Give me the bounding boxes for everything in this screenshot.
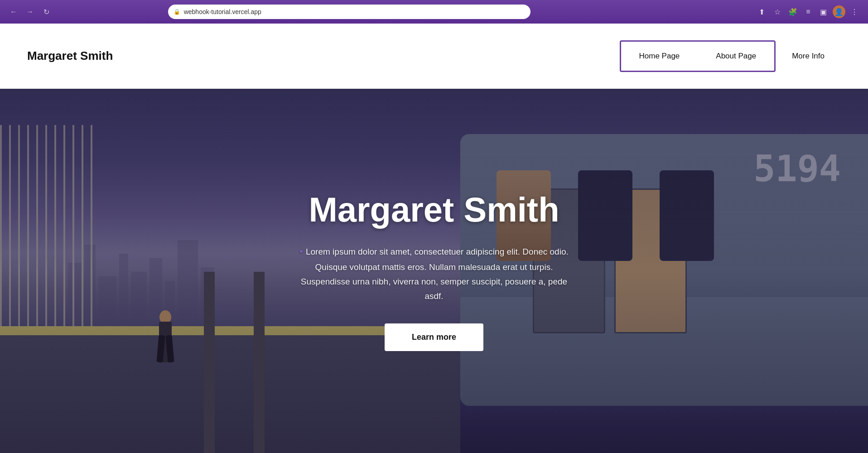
site-nav: Home Page About Page More Info [620, 40, 841, 72]
url-text: webhook-tutorial.vercel.app [184, 8, 525, 15]
star-button[interactable]: ☆ [771, 5, 784, 18]
address-bar[interactable]: 🔒 webhook-tutorial.vercel.app [168, 5, 530, 19]
bullet-icon: • [299, 246, 303, 257]
reader-view-button[interactable]: ≡ [802, 5, 815, 18]
pillar-2 [254, 272, 265, 453]
forward-button[interactable]: → [24, 5, 36, 18]
site-header: Margaret Smith Home Page About Page More… [0, 24, 868, 89]
extensions-button[interactable]: 🧩 [786, 5, 799, 18]
person-silhouette [154, 290, 177, 362]
browser-actions: ⬆ ☆ 🧩 ≡ ▣ 👤 ⋮ [756, 5, 861, 18]
learn-more-button[interactable]: Learn more [385, 323, 483, 351]
nav-group-bordered: Home Page About Page [620, 40, 776, 72]
more-info-link[interactable]: More Info [776, 42, 841, 71]
browser-nav-buttons: ← → ↻ [7, 5, 53, 18]
about-page-link[interactable]: About Page [698, 42, 774, 71]
share-button[interactable]: ⬆ [756, 5, 768, 18]
pillar-1 [204, 272, 215, 453]
hero-title: Margaret Smith [294, 191, 574, 229]
reload-button[interactable]: ↻ [40, 5, 53, 18]
site-logo: Margaret Smith [27, 49, 113, 63]
sidebar-button[interactable]: ▣ [817, 5, 830, 18]
browser-chrome: ← → ↻ 🔒 webhook-tutorial.vercel.app ⬆ ☆ … [0, 0, 868, 24]
hero-section: 5194 Margaret Smith •Lorem ipsum dolor s… [0, 89, 868, 453]
home-page-link[interactable]: Home Page [621, 42, 698, 71]
hero-content: Margaret Smith •Lorem ipsum dolor sit am… [275, 191, 593, 352]
lock-icon: 🔒 [174, 9, 180, 15]
back-button[interactable]: ← [7, 5, 20, 18]
hero-description: •Lorem ipsum dolor sit amet, consectetue… [294, 243, 574, 304]
avatar[interactable]: 👤 [833, 5, 845, 18]
menu-button[interactable]: ⋮ [848, 5, 861, 18]
